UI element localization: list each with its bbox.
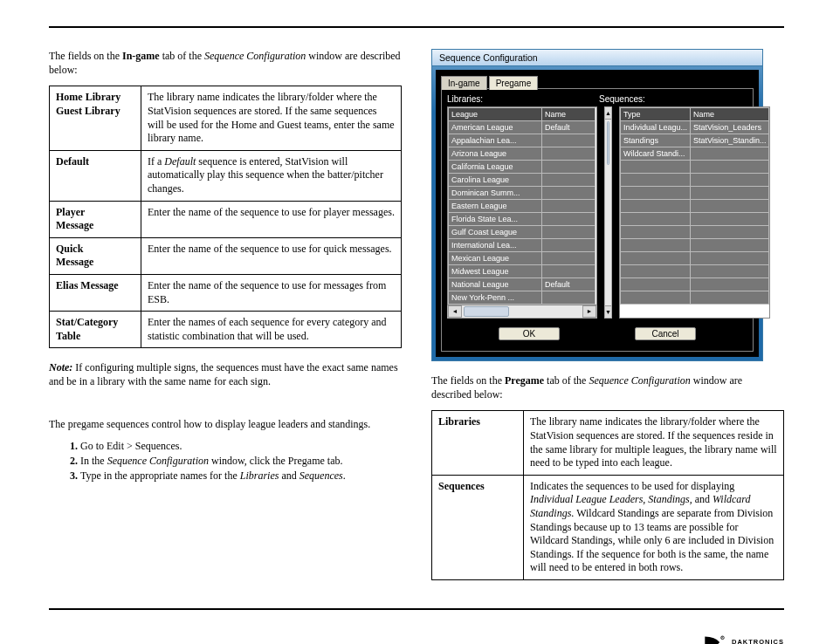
logo-mark-icon: R xyxy=(704,633,726,644)
bottom-rule xyxy=(49,608,784,610)
grid-cell[interactable] xyxy=(620,174,690,187)
grid-cell[interactable]: Dominican Summ... xyxy=(449,187,542,200)
grid-cell[interactable] xyxy=(691,252,769,265)
grid-cell[interactable] xyxy=(542,265,595,278)
grid-cell[interactable]: Standings xyxy=(620,134,690,147)
grid-cell[interactable]: Midwest League xyxy=(449,265,542,278)
grid-cell[interactable] xyxy=(691,226,769,239)
grid-cell[interactable] xyxy=(542,252,595,265)
grid-cell[interactable] xyxy=(542,174,595,187)
top-rule xyxy=(49,26,784,28)
grid-cell[interactable] xyxy=(542,187,595,200)
sequences-grid[interactable]: TypeNameIndividual Leagu...StatVision_Le… xyxy=(619,106,770,319)
grid-cell[interactable] xyxy=(691,187,769,200)
scroll-up-icon[interactable]: ▲ xyxy=(605,107,611,120)
grid-cell[interactable]: California League xyxy=(449,161,542,174)
grid-cell[interactable]: Default xyxy=(542,278,595,291)
field-term: PlayerMessage xyxy=(50,201,141,237)
grid-cell[interactable] xyxy=(620,278,690,291)
grid-cell[interactable]: Florida State Lea... xyxy=(449,213,542,226)
grid-cell[interactable] xyxy=(620,291,690,305)
field-desc: Indicates the sequences to be used for d… xyxy=(524,475,784,579)
grid-cell[interactable] xyxy=(691,291,769,305)
pregame-fields-table: LibrariesThe library name indicates the … xyxy=(431,410,784,580)
step-item: Go to Edit > Sequences. xyxy=(80,440,402,453)
scroll-right-icon[interactable]: ► xyxy=(582,305,596,318)
grid-cell[interactable]: New York-Penn ... xyxy=(449,291,542,305)
grid-cell[interactable] xyxy=(542,161,595,174)
step-item: Type in the appropriate names for the Li… xyxy=(80,469,402,483)
note: Note: If configuring multiple signs, the… xyxy=(49,360,402,388)
grid-cell[interactable] xyxy=(691,213,769,226)
grid-cell[interactable] xyxy=(691,147,769,161)
grid-cell[interactable] xyxy=(620,213,690,226)
grid-cell[interactable] xyxy=(542,147,595,161)
libraries-vscroll[interactable]: ▲ ▼ xyxy=(604,106,612,319)
grid-cell[interactable] xyxy=(542,200,595,213)
sequences-label: Sequences: xyxy=(599,94,645,104)
libraries-hscroll[interactable]: ◄ ► xyxy=(447,305,597,319)
daktronics-logo: R DAKTRONICS xyxy=(704,633,784,644)
intro-right: The fields on the Pregame tab of the Seq… xyxy=(431,373,784,401)
grid-cell[interactable]: Wildcard Standi... xyxy=(620,147,690,161)
grid-cell[interactable] xyxy=(620,226,690,239)
field-desc: If a Default sequence is entered, StatVi… xyxy=(141,150,402,201)
libraries-grid[interactable]: LeagueNameAmerican LeagueDefaultAppalach… xyxy=(447,106,597,305)
grid-header[interactable]: League xyxy=(449,108,542,121)
grid-header[interactable]: Name xyxy=(691,108,769,121)
grid-cell[interactable]: StatVision_Standin... xyxy=(691,134,769,147)
grid-cell[interactable]: StatVision_Leaders xyxy=(691,121,769,134)
cancel-button[interactable]: Cancel xyxy=(635,327,696,340)
tab-in-game[interactable]: In-game xyxy=(441,76,487,90)
grid-cell[interactable] xyxy=(691,161,769,174)
field-desc: The library name indicates the library/f… xyxy=(524,411,784,475)
grid-cell[interactable] xyxy=(691,265,769,278)
ok-button[interactable]: OK xyxy=(499,327,560,340)
grid-cell[interactable] xyxy=(691,200,769,213)
window-title: Sequence Configuration xyxy=(432,50,762,66)
grid-cell[interactable] xyxy=(542,291,595,305)
grid-cell[interactable]: American League xyxy=(449,121,542,134)
grid-cell[interactable] xyxy=(691,239,769,252)
grid-cell[interactable]: Carolina League xyxy=(449,174,542,187)
steps-list: Go to Edit > Sequences.In the Sequence C… xyxy=(49,440,402,483)
field-term: Elias Message xyxy=(50,274,141,311)
field-term: Stat/CategoryTable xyxy=(50,312,141,348)
grid-cell[interactable]: Default xyxy=(542,121,595,134)
scroll-down-icon[interactable]: ▼ xyxy=(605,305,611,318)
field-term: Default xyxy=(50,150,141,201)
grid-cell[interactable]: Arizona League xyxy=(449,147,542,161)
step-item: In the Sequence Configuration window, cl… xyxy=(80,455,402,468)
sequence-config-window: Sequence Configuration In-game Pregame L… xyxy=(431,49,763,361)
grid-cell[interactable]: Appalachian Lea... xyxy=(449,134,542,147)
field-term: Libraries xyxy=(432,411,524,475)
grid-cell[interactable] xyxy=(620,200,690,213)
scroll-thumb[interactable] xyxy=(464,306,509,317)
ingame-fields-table: Home LibraryGuest LibraryThe library nam… xyxy=(49,86,402,348)
grid-cell[interactable] xyxy=(691,278,769,291)
field-desc: Enter the name of the sequence to use fo… xyxy=(141,201,402,237)
grid-cell[interactable] xyxy=(542,239,595,252)
tab-pregame[interactable]: Pregame xyxy=(489,76,539,90)
grid-cell[interactable]: Mexican League xyxy=(449,252,542,265)
grid-cell[interactable]: National League xyxy=(449,278,542,291)
grid-cell[interactable] xyxy=(542,134,595,147)
grid-header[interactable]: Type xyxy=(620,108,690,121)
field-term: Sequences xyxy=(432,475,524,579)
grid-cell[interactable]: Individual Leagu... xyxy=(620,121,690,134)
grid-cell[interactable]: International Lea... xyxy=(449,239,542,252)
grid-cell[interactable] xyxy=(620,187,690,200)
scroll-left-icon[interactable]: ◄ xyxy=(448,305,462,318)
grid-header[interactable]: Name xyxy=(542,108,595,121)
grid-cell[interactable] xyxy=(691,174,769,187)
grid-cell[interactable] xyxy=(620,252,690,265)
grid-cell[interactable] xyxy=(542,213,595,226)
grid-cell[interactable] xyxy=(620,239,690,252)
grid-cell[interactable] xyxy=(542,226,595,239)
grid-cell[interactable]: Gulf Coast League xyxy=(449,226,542,239)
grid-cell[interactable] xyxy=(620,161,690,174)
grid-cell[interactable]: Eastern League xyxy=(449,200,542,213)
vscroll-thumb[interactable] xyxy=(607,121,609,165)
grid-cell[interactable] xyxy=(620,265,690,278)
svg-text:R: R xyxy=(722,636,724,640)
